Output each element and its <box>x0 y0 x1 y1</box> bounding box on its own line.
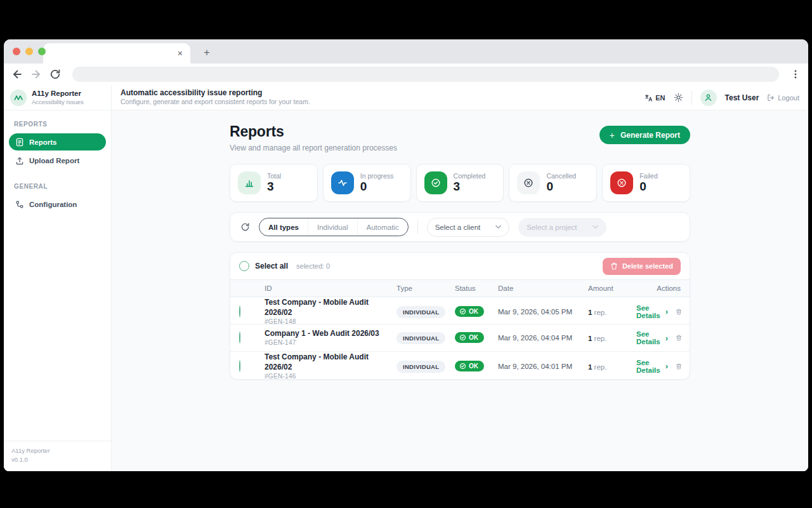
stat-label: Total <box>267 172 281 180</box>
column-date: Date <box>498 284 588 292</box>
project-select[interactable]: Select a project <box>518 218 606 237</box>
report-date: Mar 9, 2026, 04:05 PM <box>498 308 588 316</box>
app-subtitle: Accessibility Issues <box>32 98 84 106</box>
filter-bar: All types Individual Automatic Select a … <box>230 212 690 242</box>
column-id: ID <box>265 284 396 292</box>
stat-card-failed: Failed 0 <box>602 164 690 202</box>
type-filter-all-types[interactable]: All types <box>259 218 308 236</box>
minimize-window-button[interactable] <box>25 48 33 55</box>
sidebar-item-label: Reports <box>29 138 56 146</box>
check-circle-icon <box>424 171 447 194</box>
header-text-block: Automatic accessibility issue reporting … <box>112 85 645 110</box>
select-all-label: Select all <box>255 262 288 271</box>
client-select-placeholder: Select a client <box>435 224 481 231</box>
table-header: ID Type Status Date Amount Actions <box>230 279 690 297</box>
forward-icon[interactable] <box>30 69 42 80</box>
language-switcher[interactable]: EN <box>645 94 665 102</box>
user-name: Test User <box>725 93 759 102</box>
stat-label: Failed <box>639 172 658 180</box>
refresh-icon[interactable] <box>240 222 250 232</box>
delete-selected-button[interactable]: Delete selected <box>603 258 681 275</box>
see-details-link[interactable]: See Details › <box>636 304 668 319</box>
stat-value: 0 <box>639 180 658 194</box>
report-name: Test Company - Mobile Audit 2026/02 <box>265 352 396 372</box>
chevron-right-icon: › <box>665 307 668 316</box>
browser-window: × + A11y Reporter Accessibility Issues A… <box>4 39 808 471</box>
stat-cards: Total 3 In progress 0 <box>230 164 690 202</box>
address-bar[interactable] <box>72 67 779 82</box>
status-label: OK <box>469 334 478 341</box>
stat-card-total: Total 3 <box>230 164 318 202</box>
amount-unit: rep. <box>592 335 606 342</box>
see-details-link[interactable]: See Details › <box>636 359 668 374</box>
header-divider <box>691 91 692 105</box>
chevron-right-icon: › <box>665 362 668 370</box>
translate-icon <box>645 94 653 102</box>
page-title: Reports <box>230 123 397 140</box>
sidebar-section-general: GENERAL <box>4 177 111 194</box>
browser-toolbar <box>4 64 808 85</box>
see-details-label: See Details <box>636 330 663 345</box>
close-window-button[interactable] <box>13 48 20 55</box>
sidebar: REPORTS Reports Upload Report GENERAL Co… <box>4 110 112 471</box>
back-icon[interactable] <box>11 69 23 80</box>
column-status: Status <box>455 284 498 292</box>
logout-button[interactable]: Logout <box>767 94 799 102</box>
row-checkbox[interactable] <box>239 360 240 372</box>
report-name: Test Company - Mobile Audit 2026/02 <box>265 297 396 318</box>
check-circle-icon <box>459 363 466 370</box>
type-badge: INDIVIDUAL <box>396 332 445 344</box>
check-circle-icon <box>459 334 466 341</box>
stat-card-in-progress: In progress 0 <box>323 164 411 202</box>
type-badge: INDIVIDUAL <box>396 306 445 318</box>
tab-strip: × + <box>4 39 808 64</box>
trash-icon[interactable] <box>676 362 682 371</box>
tab-close-icon[interactable]: × <box>178 49 183 58</box>
type-filter-automatic[interactable]: Automatic <box>357 218 408 236</box>
stat-card-completed: Completed 3 <box>416 164 504 202</box>
amount-unit: rep. <box>592 363 606 371</box>
theme-toggle-sun-icon[interactable] <box>674 93 683 102</box>
language-label: EN <box>655 94 665 102</box>
type-filter-individual[interactable]: Individual <box>308 218 357 236</box>
report-id: #GEN-146 <box>265 372 396 380</box>
selected-count: selected: 0 <box>296 262 330 270</box>
sidebar-item-label: Configuration <box>29 201 77 208</box>
see-details-label: See Details <box>636 304 663 319</box>
trash-icon[interactable] <box>676 307 682 316</box>
x-circle-icon <box>610 171 633 194</box>
stat-value: 0 <box>360 180 394 194</box>
see-details-link[interactable]: See Details › <box>636 330 668 345</box>
configuration-icon <box>15 200 24 209</box>
logout-label: Logout <box>778 94 799 102</box>
sidebar-item-upload-report[interactable]: Upload Report <box>9 152 106 169</box>
trash-icon[interactable] <box>676 333 682 342</box>
chevron-right-icon: › <box>665 334 668 342</box>
generate-report-button[interactable]: + Generate Report <box>599 126 690 144</box>
x-circle-icon <box>517 171 540 194</box>
column-amount: Amount <box>588 284 636 292</box>
sidebar-item-configuration[interactable]: Configuration <box>9 196 106 213</box>
sidebar-footer-name: A11y Reporter <box>11 446 103 456</box>
main-content: Reports View and manage all report gener… <box>112 110 808 471</box>
reload-icon[interactable] <box>49 69 61 80</box>
sidebar-item-reports[interactable]: Reports <box>9 133 106 150</box>
row-checkbox[interactable] <box>239 331 240 344</box>
report-id: #GEN-148 <box>265 318 396 326</box>
person-icon <box>704 93 712 102</box>
client-select[interactable]: Select a client <box>427 218 510 237</box>
row-checkbox[interactable] <box>239 305 240 318</box>
status-badge: OK <box>455 361 484 371</box>
report-date: Mar 9, 2026, 04:04 PM <box>498 334 588 342</box>
column-actions: Actions <box>636 284 681 292</box>
stat-value: 0 <box>546 180 576 194</box>
select-all-checkbox[interactable] <box>239 261 249 271</box>
browser-tab[interactable]: × <box>43 43 190 64</box>
new-tab-button[interactable]: + <box>200 46 213 59</box>
status-badge: OK <box>455 332 484 343</box>
maximize-window-button[interactable] <box>38 48 46 55</box>
browser-menu-icon[interactable] <box>790 69 801 79</box>
stat-label: Cancelled <box>546 172 576 180</box>
activity-icon <box>331 171 354 194</box>
traffic-lights <box>13 48 46 55</box>
